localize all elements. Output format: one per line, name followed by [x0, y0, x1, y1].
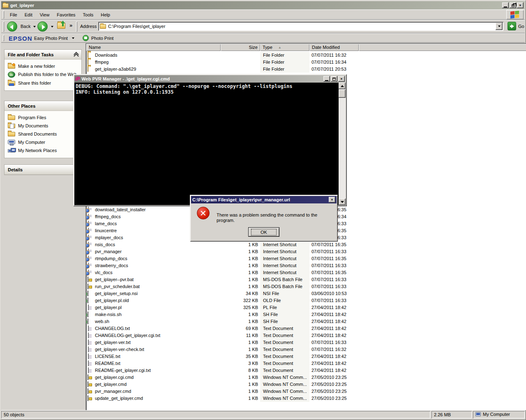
epson-toolbar: EPSON Easy Photo Print Photo Print [1, 33, 525, 43]
file-size: 35 KB [220, 354, 258, 359]
file-row[interactable]: get_iplayer--pvr.bat1 KBMS-DOS Batch Fil… [86, 276, 526, 283]
file-row[interactable]: LICENSE.txt35 KBText Document27/04/2011 … [86, 353, 526, 360]
pvr-console-window: iP Web PVR Manager - .\get_iplayer.cgi.c… [73, 74, 347, 206]
file-row[interactable]: nsis_docs1 KBInternet Shortcut07/07/2011… [86, 241, 526, 248]
sidebar-item-my-computer[interactable]: My Computer [8, 138, 80, 146]
shared-documents-icon [8, 132, 15, 136]
dialog-title-bar[interactable]: C:\Program Files\get_iplayer\pvr_manager… [191, 196, 337, 203]
file-row[interactable]: pvr_manager.cmd1 KBWindows NT Comm...27/… [86, 388, 526, 395]
go-label[interactable]: Go [518, 24, 524, 29]
file-name: update_get_iplayer.cmd [95, 396, 143, 401]
folder-icon [88, 53, 94, 58]
minimize-button[interactable] [502, 2, 509, 8]
back-button[interactable] [7, 21, 17, 32]
file-row[interactable]: DownloadsFile Folder07/07/2011 16:32 [86, 52, 526, 59]
sidebar-item-share-this-folder[interactable]: Share this folder [8, 79, 80, 87]
dialog-close-button[interactable]: × [329, 197, 335, 203]
file-row[interactable]: get_iplayer-ver-check.txt1 KBText Docume… [86, 346, 526, 353]
panel-header[interactable]: File and Folder Tasks [5, 50, 81, 60]
toolbar-overflow-chevron[interactable]: » [69, 22, 72, 28]
file-row[interactable]: make-nsis.sh1 KBSH File27/04/2011 18:42 [86, 311, 526, 318]
scroll-up-button[interactable] [339, 83, 346, 89]
sidebar-item-program-files[interactable]: Program Files [8, 113, 80, 122]
sidebar-item-my-documents[interactable]: My Documents [8, 122, 80, 130]
file-row[interactable]: run_pvr_scheduler.bat1 KBMS-DOS Batch Fi… [86, 283, 526, 290]
console-title-bar[interactable]: iP Web PVR Manager - .\get_iplayer.cgi.c… [74, 75, 346, 83]
file-row[interactable]: get_iplayer-a3ab629File Folder07/07/2011… [86, 66, 526, 73]
menu-item-view[interactable]: View [36, 11, 53, 19]
file-row[interactable]: pvr_manager1 KBInternet Shortcut07/07/20… [86, 248, 526, 255]
forward-dropdown[interactable] [51, 26, 53, 28]
sidebar-item-my-network-places[interactable]: My Network Places [8, 146, 80, 155]
file-row[interactable]: update_get_iplayer.cmd1 KBWindows NT Com… [86, 395, 526, 402]
publish-web-icon [8, 72, 15, 78]
menu-item-edit[interactable]: Edit [21, 11, 36, 19]
file-row[interactable]: CHANGELOG.txt69 KBText Document27/04/201… [86, 325, 526, 332]
console-maximize-button[interactable] [331, 76, 337, 82]
file-size: 1 KB [220, 242, 258, 247]
file-date: 27/04/2011 18:42 [311, 319, 346, 324]
easy-photo-print-menu[interactable]: Easy Photo Print [34, 36, 68, 41]
scroll-down-button[interactable] [339, 198, 346, 205]
address-input[interactable]: C:\Program Files\get_iplayer [98, 22, 503, 31]
photo-print-button[interactable]: Photo Print [91, 36, 113, 41]
ok-button[interactable]: OK [248, 227, 279, 237]
file-size: 325 KB [220, 305, 258, 310]
file-name: get_iplayer_setup.nsi [95, 291, 138, 296]
back-dropdown[interactable] [33, 26, 36, 28]
file-row[interactable]: CHANGELOG-get_iplayer.cgi.txt11 KBText D… [86, 332, 526, 339]
file-name: ffmpeg [95, 60, 108, 65]
sidebar-item-publish-this-folder-to-the-web[interactable]: Publish this folder to the Web [8, 70, 80, 79]
file-row[interactable]: vlc_docs1 KBInternet Shortcut07/07/2011 … [86, 269, 526, 276]
console-minimize-button[interactable] [323, 76, 330, 82]
close-button[interactable]: × [517, 2, 524, 8]
file-row[interactable]: rtmpdump_docs1 KBInternet Shortcut07/07/… [86, 255, 526, 262]
menu-item-tools[interactable]: Tools [79, 11, 97, 19]
column-header-type[interactable]: Type▲ [260, 44, 309, 51]
file-size: 3 KB [220, 361, 258, 366]
epson-grip[interactable] [3, 35, 4, 41]
restore-button[interactable] [510, 2, 516, 8]
file-type: MS-DOS Batch File [260, 283, 309, 290]
column-header-date-modified[interactable]: Date Modified [309, 44, 359, 51]
go-button[interactable] [508, 22, 516, 30]
menu-item-favorites[interactable]: Favorites [53, 11, 79, 19]
menu-item-file[interactable]: File [6, 11, 21, 19]
address-grip[interactable] [76, 21, 77, 32]
menubar-grip[interactable] [3, 11, 4, 18]
toolbar-grip[interactable] [3, 21, 4, 32]
network-places-icon [8, 149, 15, 152]
file-row[interactable]: get_iplayer.pl.old322 KBOLD File07/07/20… [86, 297, 526, 304]
back-button-label[interactable]: Back [21, 24, 30, 29]
panel-header[interactable]: Other Places [5, 101, 81, 111]
panel-header[interactable]: Details [5, 165, 81, 175]
sidebar-item-make-a-new-folder[interactable]: Make a new folder [8, 62, 80, 70]
file-row[interactable]: get_iplayer.cgi.cmd1 KBWindows NT Comm..… [86, 374, 526, 381]
file-type: Text Document [260, 346, 309, 353]
address-dropdown-button[interactable] [496, 23, 503, 30]
file-row[interactable]: get_iplayer-ver.txt1 KBText Document07/0… [86, 339, 526, 346]
up-folder-button[interactable] [57, 23, 65, 29]
file-row[interactable]: get_iplayer_setup.nsi34 KBNSI File03/06/… [86, 290, 526, 297]
console-close-button[interactable]: × [338, 76, 345, 82]
file-row[interactable]: README-get_iplayer.cgi.txt8 KBText Docum… [86, 367, 526, 374]
error-dialog: C:\Program Files\get_iplayer\pvr_manager… [190, 195, 338, 242]
file-row[interactable]: get_iplayer.cmd1 KBWindows NT Comm...27/… [86, 381, 526, 388]
file-row[interactable]: web.sh1 KBSH File27/04/2011 18:42 [86, 318, 526, 325]
epson-dropdown[interactable] [72, 37, 74, 39]
file-row[interactable]: README.txt3 KBText Document27/04/2011 18… [86, 360, 526, 367]
sidebar-item-shared-documents[interactable]: Shared Documents [8, 130, 80, 138]
file-date: 03/06/2010 10:53 [311, 291, 347, 296]
console-scrollbar[interactable] [339, 83, 346, 205]
title-bar: get_iplayer × [1, 1, 525, 9]
file-row[interactable]: strawberry_docs1 KBInternet Shortcut07/0… [86, 262, 526, 269]
internet-shortcut-icon [88, 270, 94, 276]
column-header-name[interactable]: Name [86, 44, 221, 51]
column-header-size[interactable]: Size [221, 44, 260, 51]
scrollbar-thumb[interactable] [339, 90, 346, 98]
forward-button[interactable] [37, 21, 48, 32]
file-row[interactable]: get_iplayer.pl325 KBPL File27/04/2011 18… [86, 304, 526, 311]
file-row[interactable]: ffmpegFile Folder07/07/2011 16:34 [86, 59, 526, 66]
menu-item-help[interactable]: Help [97, 11, 114, 19]
collapse-chevron-icon[interactable] [74, 53, 78, 56]
